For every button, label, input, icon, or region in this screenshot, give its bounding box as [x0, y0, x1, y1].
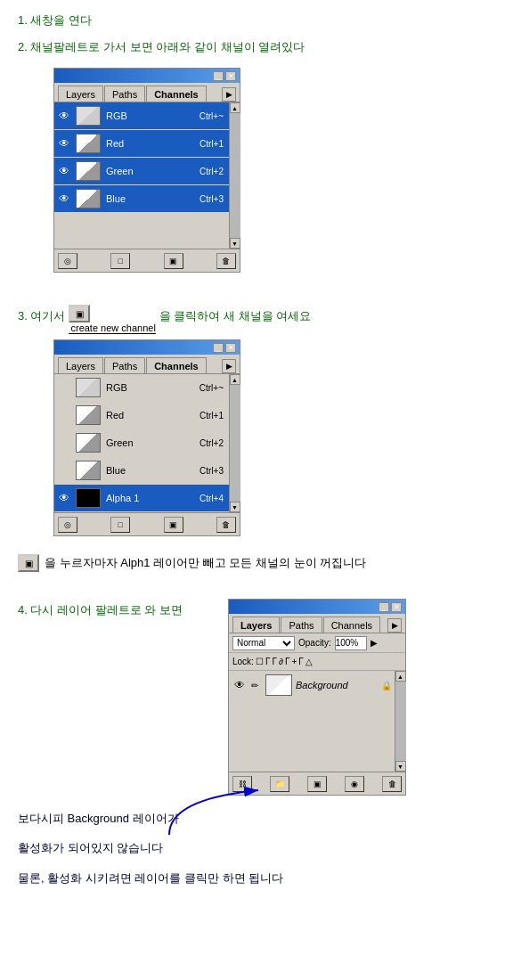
opacity-input[interactable]: [335, 636, 367, 650]
new-layer-button-3[interactable]: ▣: [307, 776, 327, 792]
thumb-blue-1: [76, 189, 101, 208]
panel1-content: 👁 RGB Ctrl+~ 👁 Red Ctrl+1 👁 Green: [54, 102, 240, 249]
new-channel-button-2[interactable]: ▣: [164, 517, 183, 533]
dotted-circle-button-1[interactable]: ◎: [58, 253, 77, 269]
lock-opt-5[interactable]: Γ: [285, 657, 290, 666]
thumb-green-2: [76, 433, 101, 453]
channel-row-blue-2[interactable]: 👁 Blue Ctrl+3: [54, 457, 229, 484]
channel-row-red-1[interactable]: 👁 Red Ctrl+1: [54, 130, 229, 157]
step4-left: 4. 다시 레이어 팔레트로 와 보면: [18, 599, 214, 625]
panel1-wrapper: _ ✕ Layers Paths Channels ▶ 👁 RGB Ctrl+~: [53, 68, 487, 273]
layer-name-background: Background: [296, 680, 381, 690]
scrollbar-down-1[interactable]: ▼: [230, 238, 240, 249]
lock-opt-3[interactable]: Γ: [272, 657, 277, 666]
delete-button-3[interactable]: 🗑: [382, 776, 402, 792]
channel-row-rgb-2[interactable]: 👁 RGB Ctrl+~: [54, 374, 229, 401]
delete-button-2[interactable]: 🗑: [216, 517, 236, 533]
delete-button-1[interactable]: 🗑: [216, 253, 236, 269]
panel1-menu-button[interactable]: ▶: [222, 87, 236, 102]
tab-channels-1[interactable]: Channels: [146, 86, 207, 102]
tab-paths-3[interactable]: Paths: [281, 617, 322, 633]
channel-row-green-2[interactable]: 👁 Green Ctrl+2: [54, 429, 229, 456]
lock-opt-7[interactable]: Γ: [298, 657, 304, 666]
channel-row-green-1[interactable]: 👁 Green Ctrl+2: [54, 158, 229, 184]
channel-name-blue-2: Blue: [106, 465, 200, 476]
thumb-red-1: [76, 134, 101, 153]
step3-header: 3. 여기서 ▣ create new channel 을 클릭하여 새 채널을…: [18, 305, 487, 334]
panel3-tabs: Layers Paths Channels ▶: [229, 614, 405, 633]
lock-opt-8[interactable]: △: [305, 657, 313, 666]
channels-panel-1: _ ✕ Layers Paths Channels ▶ 👁 RGB Ctrl+~: [53, 68, 240, 273]
layers-area: 👁 ✏ Background 🔒: [229, 671, 395, 772]
step4-text: 4. 다시 레이어 팔레트로 와 보면: [18, 599, 214, 622]
shortcut-red-2: Ctrl+1: [200, 411, 224, 421]
scrollbar-track-3: [395, 682, 406, 761]
panel3-menu-button[interactable]: ▶: [387, 618, 402, 633]
tab-layers-1[interactable]: Layers: [58, 86, 103, 102]
panel1-scrollbar[interactable]: ▲ ▼: [229, 102, 240, 249]
thumb-rgb-2: [76, 378, 101, 397]
shortcut-green-1: Ctrl+2: [200, 167, 224, 176]
step3-icon-group: ▣ create new channel: [69, 305, 155, 334]
scrollbar-up-2[interactable]: ▲: [230, 374, 240, 385]
square-button-2[interactable]: □: [110, 517, 130, 533]
opacity-arrow[interactable]: ▶: [371, 638, 378, 648]
eye-icon-rgb-1[interactable]: 👁: [56, 108, 72, 124]
lock-opt-2[interactable]: Γ: [265, 657, 271, 666]
minimize-button[interactable]: _: [213, 71, 224, 81]
eye-icon-background[interactable]: 👁: [232, 677, 248, 693]
tab-paths-1[interactable]: Paths: [104, 86, 145, 102]
new-channel-icon[interactable]: ▣: [69, 305, 90, 323]
channel-row-alpha-2[interactable]: 👁 Alpha 1 Ctrl+4: [54, 485, 229, 511]
layer-row-background[interactable]: 👁 ✏ Background 🔒: [229, 671, 395, 699]
tab-channels-2[interactable]: Channels: [146, 357, 207, 373]
blend-mode-select[interactable]: Normal: [232, 636, 295, 650]
panel3-scrollbar[interactable]: ▲ ▼: [395, 671, 405, 772]
channel-row-red-2[interactable]: 👁 Red Ctrl+1: [54, 402, 229, 429]
eye-icon-green-1[interactable]: 👁: [56, 163, 72, 179]
channel-name-red-2: Red: [106, 410, 200, 421]
close-button[interactable]: ✕: [225, 71, 236, 81]
channel-row-blue-1[interactable]: 👁 Blue Ctrl+3: [54, 185, 229, 212]
scrollbar-track-2: [230, 385, 240, 502]
scrollbar-down-2[interactable]: ▼: [230, 502, 240, 512]
step4-section: 4. 다시 레이어 팔레트로 와 보면 _ ✕ Layers Paths Cha…: [18, 599, 487, 796]
thumb-alpha-2: [76, 488, 101, 508]
shortcut-green-2: Ctrl+2: [200, 438, 224, 448]
new-channel-button-1[interactable]: ▣: [164, 253, 183, 269]
eye-icon-alpha-2[interactable]: 👁: [56, 490, 72, 506]
thumb-blue-2: [76, 461, 101, 480]
eye-icon-blue-1[interactable]: 👁: [56, 191, 72, 207]
close-button-2[interactable]: ✕: [225, 343, 236, 353]
close-button-3[interactable]: ✕: [391, 602, 402, 612]
fx-button-3[interactable]: ◉: [345, 776, 364, 792]
tab-paths-2[interactable]: Paths: [104, 357, 145, 373]
note1-icon[interactable]: ▣: [18, 554, 39, 572]
step1-text: 1. 새창을 연다: [18, 9, 487, 32]
layers-empty-area: [229, 700, 395, 772]
lock-opt-1[interactable]: ☐: [256, 657, 264, 666]
panel2-channels-area: 👁 RGB Ctrl+~ 👁 Red Ctrl+1 👁 Gr: [54, 374, 229, 512]
minimize-button-3[interactable]: _: [379, 602, 389, 612]
minimize-button-2[interactable]: _: [213, 343, 224, 353]
thumb-green-1: [76, 161, 101, 181]
scrollbar-up-3[interactable]: ▲: [395, 671, 406, 682]
scrollbar-up-1[interactable]: ▲: [230, 102, 240, 113]
panel3-titlebar: _ ✕: [229, 600, 405, 614]
dotted-circle-button-2[interactable]: ◎: [58, 517, 77, 533]
tab-layers-2[interactable]: Layers: [58, 357, 103, 373]
channel-name-rgb-2: RGB: [106, 382, 200, 393]
layers-controls: Normal Opacity: ▶: [229, 633, 405, 653]
square-button-1[interactable]: □: [110, 253, 130, 269]
lock-opt-6[interactable]: +: [291, 657, 297, 666]
channel-row-rgb-1[interactable]: 👁 RGB Ctrl+~: [54, 102, 229, 129]
panel2-footer: ◎ □ ▣ 🗑: [54, 512, 240, 535]
channel-name-green-2: Green: [106, 437, 200, 448]
panel2-menu-button[interactable]: ▶: [222, 359, 236, 373]
panel2-scrollbar[interactable]: ▲ ▼: [229, 374, 240, 512]
tab-channels-3[interactable]: Channels: [323, 617, 380, 633]
lock-opt-4[interactable]: ∂: [279, 657, 283, 666]
eye-icon-red-1[interactable]: 👁: [56, 135, 72, 151]
scrollbar-down-3[interactable]: ▼: [395, 761, 406, 772]
tab-layers-3[interactable]: Layers: [232, 617, 280, 633]
